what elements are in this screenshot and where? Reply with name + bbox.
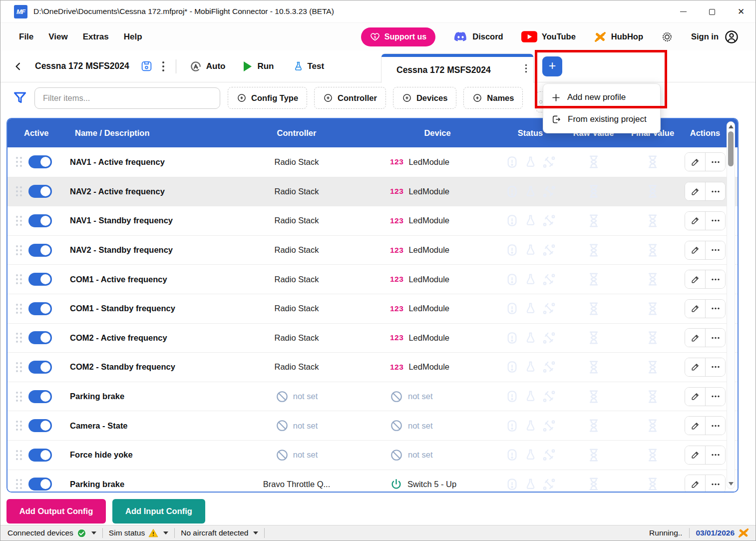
config-name[interactable]: Parking brake [70,392,214,401]
drag-handle-icon[interactable] [16,157,18,159]
discord-link[interactable]: Discord [453,31,503,42]
menu-file[interactable]: File [11,32,41,42]
edit-button[interactable] [685,300,705,318]
active-toggle[interactable] [28,331,52,344]
maximize-button[interactable] [698,0,727,23]
edit-button[interactable] [685,388,705,406]
tab-kebab-icon[interactable] [525,64,527,73]
header-active: Active [7,128,70,138]
filter-chip-controller[interactable]: Controller [314,87,386,109]
more-actions-button[interactable] [705,182,725,200]
drag-handle-icon[interactable] [16,333,18,335]
config-name[interactable]: Camera - State [70,421,214,431]
scroll-up-arrow-icon[interactable] [729,125,734,128]
config-name[interactable]: NAV2 - Active frequency [70,187,214,196]
filter-chip-names[interactable]: Names [463,87,523,109]
config-name[interactable]: COM2 - Active frequency [70,333,214,343]
drag-handle-icon[interactable] [16,245,18,247]
more-actions-button[interactable] [705,417,725,435]
close-button[interactable]: ✕ [727,0,756,23]
drag-handle-icon[interactable] [16,304,18,306]
back-icon[interactable] [13,61,23,72]
scrollbar[interactable] [727,121,735,489]
table-body: NAV1 - Active frequency Radio Stack 123 … [7,147,738,493]
more-actions-button[interactable] [705,300,725,318]
drag-handle-icon[interactable] [16,186,18,188]
more-actions-button[interactable] [705,388,725,406]
menu-help[interactable]: Help [116,32,150,42]
add-output-config-button[interactable]: Add Output Config [6,499,106,524]
edit-button[interactable] [685,446,705,464]
active-toggle[interactable] [28,390,52,403]
run-button[interactable]: Run [242,60,274,72]
config-name[interactable]: Force hide yoke [70,450,214,460]
more-actions-button[interactable] [705,153,725,171]
hubhop-link[interactable]: HubHop [594,31,643,43]
menu-extras[interactable]: Extras [75,32,116,42]
config-name[interactable]: Parking brake [70,480,214,489]
aircraft-status[interactable]: No aircraft detected [178,529,261,538]
support-us-button[interactable]: $ Support us [361,27,435,46]
config-name[interactable]: COM2 - Standby frequency [70,362,214,372]
scrollbar-thumb[interactable] [728,131,734,166]
filter-chip-devices[interactable]: Devices [393,87,456,109]
drag-handle-icon[interactable] [16,216,18,218]
edit-button[interactable] [685,182,705,200]
drag-handle-icon[interactable] [16,392,18,394]
drag-handle-icon[interactable] [16,362,18,364]
edit-button[interactable] [685,417,705,435]
sign-in-button[interactable]: Sign in [691,30,739,44]
config-name[interactable]: NAV1 - Standby frequency [70,216,214,225]
statusbar-divider [174,528,175,538]
tab-cessna-172[interactable]: Cessna 172 MSFS2024 [381,53,534,83]
auto-button[interactable]: Auto [189,60,226,73]
save-icon[interactable] [140,60,153,72]
config-name[interactable]: NAV2 - Standby frequency [70,245,214,255]
filter-chip-config-type[interactable]: Config Type [228,87,307,109]
edit-button[interactable] [685,212,705,230]
config-name[interactable]: COM1 - Standby frequency [70,304,214,313]
filter-input[interactable] [34,87,220,109]
test-button[interactable]: Test [293,60,325,72]
add-input-config-button[interactable]: Add Input Config [112,499,205,524]
drag-handle-icon[interactable] [16,479,18,481]
menu-item-from-existing-project[interactable]: From existing project [543,108,660,130]
more-actions-button[interactable] [705,358,725,376]
drag-handle-icon[interactable] [16,274,18,276]
edit-button[interactable] [685,270,705,288]
more-actions-button[interactable] [705,270,725,288]
config-name[interactable]: COM1 - Active frequency [70,275,214,284]
edit-button[interactable] [685,475,705,493]
scroll-down-arrow-icon[interactable] [729,482,734,486]
active-toggle[interactable] [28,273,52,286]
active-toggle[interactable] [28,155,52,168]
active-toggle[interactable] [28,478,52,491]
active-toggle[interactable] [28,449,52,462]
more-actions-button[interactable] [705,446,725,464]
active-toggle[interactable] [28,361,52,374]
active-toggle[interactable] [28,244,52,257]
more-actions-button[interactable] [705,329,725,347]
active-toggle[interactable] [28,185,52,198]
project-kebab-icon[interactable] [162,61,165,72]
connected-devices-status[interactable]: Connected devices [4,529,99,538]
sim-status[interactable]: Sim status [106,529,171,538]
more-actions-button[interactable] [705,212,725,230]
drag-handle-icon[interactable] [16,450,18,452]
active-toggle[interactable] [28,214,52,227]
youtube-link[interactable]: YouTube [521,31,576,42]
config-name[interactable]: NAV1 - Active frequency [70,157,214,167]
edit-button[interactable] [685,358,705,376]
edit-button[interactable] [685,241,705,259]
theme-sun-icon[interactable] [661,31,673,43]
edit-button[interactable] [685,153,705,171]
active-toggle[interactable] [28,302,52,315]
run-label: Run [257,61,274,71]
active-toggle[interactable] [28,419,52,432]
minimize-button[interactable] [669,0,698,23]
more-actions-button[interactable] [705,475,725,493]
edit-button[interactable] [685,329,705,347]
drag-handle-icon[interactable] [16,421,18,423]
more-actions-button[interactable] [705,241,725,259]
menu-view[interactable]: View [41,32,75,42]
